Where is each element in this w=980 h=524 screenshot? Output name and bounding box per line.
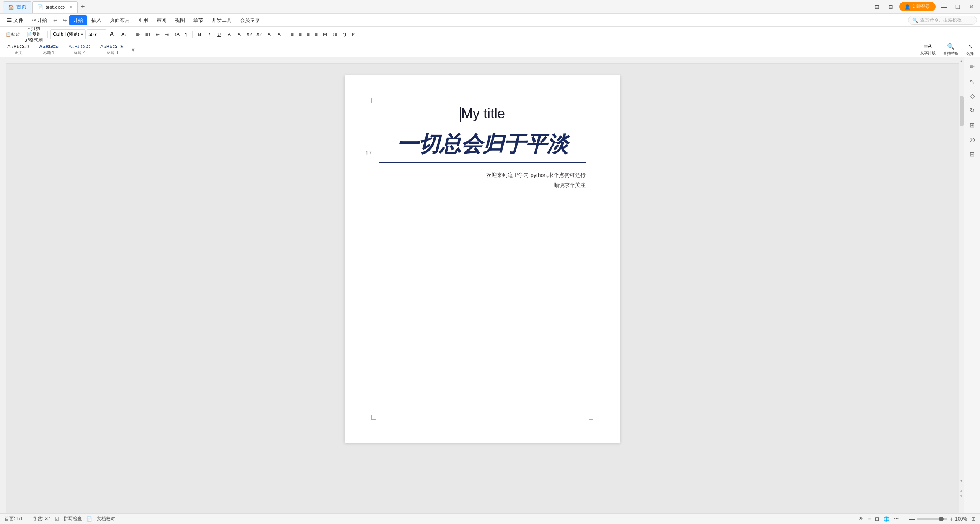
text-arrange-btn[interactable]: ≡A 文字排版 [917, 43, 939, 56]
shading-btn[interactable]: ◑ [340, 29, 349, 40]
doc-scroll[interactable]: ¶ ▾ My title 一切总会归于平淡 欢迎来到这里学习 python,求个… [6, 64, 959, 513]
doc-main-title[interactable]: My title [379, 106, 586, 122]
style-h3-preview: AaBbCcDc [100, 44, 125, 49]
sidebar-image-btn[interactable]: ⊞ [966, 119, 978, 131]
paragraph-marker: ¶ ▾ [366, 150, 372, 155]
minimize-button[interactable]: — [939, 2, 949, 12]
select-btn[interactable]: ↖ 选择 [963, 43, 977, 56]
columns-btn[interactable]: ⊞ [321, 29, 329, 40]
font-size-decrease-btn[interactable]: A↓ [119, 29, 129, 40]
zoom-in-btn[interactable]: + [950, 516, 953, 522]
close-button[interactable]: ✕ [966, 2, 977, 12]
indent-btn[interactable]: ⇥ [163, 29, 171, 40]
font-color-btn[interactable]: A [235, 30, 244, 39]
undo-button[interactable]: ↩ [52, 16, 59, 24]
style-heading3[interactable]: AaBbCcDc 标题 3 [96, 43, 129, 56]
refresh-icon: ↻ [970, 107, 975, 114]
sort-btn[interactable]: ↕A [172, 29, 182, 40]
font-size-increase-btn[interactable]: A↑ [107, 29, 118, 40]
menu-edit-cut[interactable]: ✂ 开始 [28, 15, 51, 25]
grid-view-btn[interactable]: ⊞ [872, 2, 882, 12]
view-page-icon[interactable]: ⊟ [875, 516, 879, 522]
sidebar-pencil-btn[interactable]: ✏ [966, 61, 978, 73]
doc-review-label[interactable]: 文档校对 [97, 516, 115, 522]
eye-icon[interactable]: 👁 [859, 516, 863, 522]
paste-button[interactable]: 📋 粘贴 [3, 29, 22, 40]
fit-page-btn[interactable]: ⊞ [972, 516, 975, 522]
menu-tools[interactable]: 开发工具 [208, 15, 235, 25]
view-web-icon[interactable]: 🌐 [884, 516, 889, 522]
doc-body[interactable]: 欢迎来到这里学习 python,求个点赞可还行 顺便求个关注 [379, 170, 586, 190]
scroll-down-btn[interactable]: ▼ [960, 478, 964, 483]
cursor-icon: ↖ [970, 78, 975, 85]
doc-tab-icon: 📄 [37, 4, 43, 10]
menu-references[interactable]: 引用 [134, 15, 152, 25]
font-color-a-btn[interactable]: A [274, 30, 284, 39]
doc-subtitle[interactable]: 一切总会归于平淡 [379, 130, 586, 159]
view-list-icon[interactable]: ≡ [868, 516, 871, 522]
menu-chapter[interactable]: 章节 [189, 15, 207, 25]
tab-home[interactable]: 🏠 首页 [3, 1, 31, 13]
numbered-list-btn[interactable]: ≡1 [143, 29, 153, 40]
spell-check-label[interactable]: 拼写检查 [64, 516, 82, 522]
scroll-extra2: ▼ [960, 494, 964, 498]
strikethrough-button[interactable]: A [225, 30, 234, 39]
corner-br [589, 415, 593, 420]
menu-insert[interactable]: 插入 [88, 15, 105, 25]
search-bar[interactable]: 🔍 查找命令、搜索模板 [908, 16, 977, 25]
justify-btn[interactable]: ≡ [313, 29, 320, 40]
align-left-btn[interactable]: ≡ [289, 29, 296, 40]
bold-button[interactable]: B [195, 30, 204, 39]
font-size-selector[interactable]: 50 ▾ [87, 29, 106, 39]
tab-doc[interactable]: 📄 test.docx ✕ [32, 1, 78, 13]
login-button[interactable]: 👤 立即登录 [899, 2, 936, 11]
menu-start[interactable]: 开始 [69, 15, 87, 25]
style-normal[interactable]: AaBbCcD 正文 [3, 43, 33, 56]
menu-view[interactable]: 视图 [171, 15, 189, 25]
find-replace-btn[interactable]: 🔍 查找替换 [940, 43, 962, 56]
format-painter-button[interactable]: 🖌 格式刷 [22, 38, 45, 43]
highlight-btn[interactable]: A [265, 30, 274, 39]
copy-button[interactable]: 📄 复制 [22, 32, 45, 37]
menu-review[interactable]: 审阅 [153, 15, 170, 25]
scroll-thumb[interactable] [960, 96, 964, 126]
subscript-btn[interactable]: X2 [255, 30, 264, 39]
style-heading2[interactable]: AaBbCcC 标题 2 [64, 43, 95, 56]
underline-button[interactable]: U [215, 30, 224, 39]
sidebar-cursor-btn[interactable]: ↖ [966, 75, 978, 87]
style-heading1[interactable]: AaBbCc 标题 1 [35, 43, 63, 56]
outdent-btn[interactable]: ⇤ [154, 29, 162, 40]
document-page[interactable]: ¶ ▾ My title 一切总会归于平淡 欢迎来到这里学习 python,求个… [345, 75, 620, 443]
vertical-scrollbar[interactable]: ▲ ▼ ▲ ▼ [959, 57, 964, 513]
line-spacing-btn[interactable]: ↕≡ [330, 29, 340, 40]
show-marks-btn[interactable]: ¶ [183, 29, 189, 40]
zoom-slider[interactable] [917, 518, 947, 520]
align-center-btn[interactable]: ≡ [297, 29, 304, 40]
paste-icon: 📋 [5, 32, 11, 37]
bullet-list-btn[interactable]: ≡· [134, 29, 142, 40]
more-icon[interactable]: ••• [894, 516, 899, 522]
superscript-btn[interactable]: X2 [245, 30, 254, 39]
style-dropdown-btn[interactable]: ▾ [130, 44, 136, 55]
layout-view-btn[interactable]: ⊟ [885, 2, 896, 12]
menu-vip[interactable]: 会员专享 [236, 15, 264, 25]
border-btn[interactable]: ⊡ [350, 29, 358, 40]
redo-button[interactable]: ↪ [61, 16, 69, 24]
zoom-out-btn[interactable]: — [909, 516, 915, 522]
font-name-selector[interactable]: Calibri (标题) ▾ [50, 29, 86, 39]
add-tab-button[interactable]: + [78, 3, 87, 11]
align-right-btn[interactable]: ≡ [305, 29, 312, 40]
doc-tab-close[interactable]: ✕ [69, 5, 73, 10]
restore-button[interactable]: ❐ [952, 2, 963, 12]
menu-layout[interactable]: 页面布局 [106, 15, 134, 25]
sidebar-grid-btn[interactable]: ⊟ [966, 148, 978, 160]
cut-button[interactable]: ✂ 剪切 [22, 27, 45, 31]
menu-file[interactable]: ☰ 文件 [3, 15, 27, 25]
scroll-up-btn[interactable]: ▲ [960, 59, 964, 63]
sidebar-chart-btn[interactable]: ◎ [966, 133, 978, 146]
horizontal-ruler [6, 57, 959, 64]
italic-button[interactable]: I [205, 30, 214, 39]
sidebar-refresh-btn[interactable]: ↻ [966, 104, 978, 116]
doc-divider [379, 162, 586, 163]
sidebar-shape-btn[interactable]: ◇ [966, 90, 978, 102]
